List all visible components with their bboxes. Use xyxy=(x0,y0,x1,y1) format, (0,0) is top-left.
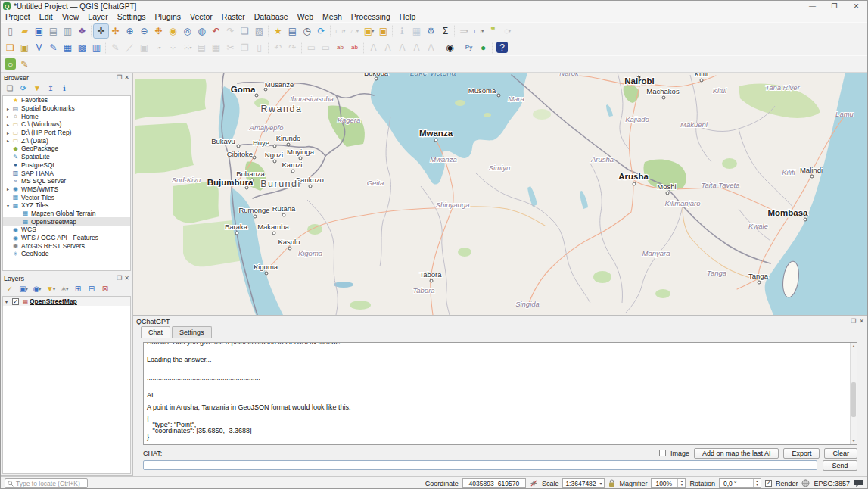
minimize-button[interactable]: — xyxy=(801,1,823,11)
layer-styling-icon[interactable]: ✓ xyxy=(4,284,16,295)
python-console-icon[interactable]: Py xyxy=(462,41,476,55)
expander-icon[interactable]: ▸ xyxy=(5,106,11,111)
chat-history[interactable]: Human: Can you give me a point in Arusha… xyxy=(143,342,857,445)
browser-item-c-windows[interactable]: ▸▭C:\ (Windows) xyxy=(3,120,130,129)
layout-manager-icon[interactable]: ▥ xyxy=(61,24,75,38)
browser-item-vector-tiles[interactable]: ▦Vector Tiles xyxy=(3,193,130,201)
menu-web[interactable]: Web xyxy=(293,12,318,21)
menu-project[interactable]: Project xyxy=(1,12,35,21)
browser-item-sap-hana[interactable]: ▥SAP HANA xyxy=(3,169,130,177)
scroll-up-icon[interactable]: ▲ xyxy=(851,343,857,350)
browser-item-wfs-ogc-api-features[interactable]: ◉WFS / OGC API - Features xyxy=(3,234,130,242)
browser-item-ms-sql-server[interactable]: »MS SQL Server xyxy=(3,177,130,185)
zoom-last-icon[interactable]: ↶ xyxy=(209,24,223,38)
select-by-location-icon[interactable]: ▣ xyxy=(376,24,390,38)
zoom-out-icon[interactable]: ⊖ xyxy=(137,24,151,38)
tab-settings[interactable]: Settings xyxy=(172,326,212,338)
menu-vector[interactable]: Vector xyxy=(185,12,217,21)
show-bookmarks-icon[interactable]: ▤ xyxy=(285,24,300,38)
browser-item-home[interactable]: ▸⌂Home xyxy=(3,112,130,120)
send-button[interactable]: Send xyxy=(823,460,857,471)
menu-raster[interactable]: Raster xyxy=(217,12,250,21)
temporal-controller-icon[interactable]: ◷ xyxy=(300,24,314,38)
browser-item-openstreetmap[interactable]: ▦OpenStreetMap xyxy=(3,217,130,226)
map-canvas[interactable]: GomaMusanzeBukobaMusomaMwanzaBukavuHuyeK… xyxy=(133,73,867,315)
globe-icon[interactable] xyxy=(801,479,810,487)
add-virtual-layer-icon[interactable]: ▥ xyxy=(89,41,104,55)
browser-collapse-all-icon[interactable]: ↥ xyxy=(45,83,57,95)
qchatgpt-plugin-icon[interactable]: ◉ xyxy=(443,41,457,55)
add-spatialite-layer-icon[interactable]: ✎ xyxy=(46,41,61,55)
scroll-down-icon[interactable]: ▼ xyxy=(851,438,857,444)
select-by-form-icon[interactable]: ▣▾ xyxy=(362,24,376,38)
expander-icon[interactable]: ▾ xyxy=(5,203,11,208)
browser-item-postgresql[interactable]: ●PostgreSQL xyxy=(3,161,130,170)
maximize-button[interactable]: ❐ xyxy=(823,1,845,11)
refresh-map-icon[interactable]: ⟳ xyxy=(314,24,328,38)
browser-item-geonode[interactable]: ✳GeoNode xyxy=(3,250,130,258)
new-map-view-icon[interactable]: ❏ xyxy=(238,24,252,38)
layers-close-icon[interactable]: ✕ xyxy=(124,275,129,282)
lock-icon[interactable] xyxy=(608,479,615,487)
expand-all-icon[interactable]: ⊞ xyxy=(72,284,84,295)
new-3d-map-view-icon[interactable]: ▧ xyxy=(252,24,266,38)
browser-item-geopackage[interactable]: ◆GeoPackage xyxy=(3,145,130,153)
open-project-icon[interactable]: ▰ xyxy=(17,24,32,38)
messages-icon[interactable] xyxy=(854,479,863,487)
export-button[interactable]: Export xyxy=(783,448,820,459)
menu-mesh[interactable]: Mesh xyxy=(318,12,347,21)
menu-edit[interactable]: Edit xyxy=(35,12,58,21)
expander-icon[interactable]: ▸ xyxy=(5,130,11,135)
close-button[interactable]: ✕ xyxy=(845,1,867,11)
expander-icon[interactable]: ▸ xyxy=(5,114,11,119)
map-tips-icon[interactable]: ❞ xyxy=(486,24,500,38)
save-project-icon[interactable]: ▣ xyxy=(32,24,46,38)
pan-map-icon[interactable]: ✜ xyxy=(94,24,108,38)
help-contents-icon[interactable]: ? xyxy=(496,42,508,53)
clear-button[interactable]: Clear xyxy=(824,448,857,459)
browser-item-d-hp-port-rep[interactable]: ▸▭D:\ (HP Port Rep) xyxy=(3,129,130,137)
menu-plugins[interactable]: Plugins xyxy=(151,12,185,21)
scale-combo[interactable]: 1:3647482▾ xyxy=(562,478,605,488)
browser-refresh-icon[interactable]: ⟳ xyxy=(17,83,30,95)
browser-item-spatialite[interactable]: ✎SpatiaLite xyxy=(3,153,130,161)
menu-settings[interactable]: Settings xyxy=(113,12,151,21)
coordinate-field[interactable]: 4035893 -619570 xyxy=(462,478,526,488)
add-on-map-button[interactable]: Add on map the last AI xyxy=(694,448,779,459)
zoom-to-layer-icon[interactable]: ◎ xyxy=(180,24,194,38)
qchatgpt-float-icon[interactable]: ❐ xyxy=(851,318,856,325)
zoom-native-icon[interactable]: ◍ xyxy=(194,24,209,38)
filter-by-expression-icon[interactable]: ∗▾ xyxy=(58,284,70,295)
chat-input[interactable] xyxy=(143,460,817,470)
spinner-arrows-icon[interactable]: ▲▼ xyxy=(677,479,685,487)
new-geopackage-layer-icon[interactable]: ▣ xyxy=(17,41,32,55)
scrollbar-thumb[interactable] xyxy=(851,382,856,417)
locate-box[interactable]: Type to locate (Ctrl+K) xyxy=(5,478,88,488)
data-source-manager-icon[interactable]: ❏ xyxy=(3,41,17,55)
rotation-spinner[interactable]: 0,0 °▲▼ xyxy=(719,478,761,488)
layer-labeling-options-icon[interactable]: ab xyxy=(333,41,347,55)
browser-filter-icon[interactable]: ▼ xyxy=(31,83,43,95)
browser-item-favorites[interactable]: ★Favorites xyxy=(3,96,130,104)
render-checkbox[interactable]: ✓ xyxy=(765,480,772,487)
browser-properties-icon[interactable]: ℹ xyxy=(58,83,70,95)
magnifier-spinner[interactable]: 100%▲▼ xyxy=(651,478,686,488)
layer-checkbox[interactable]: ✓ xyxy=(12,298,19,305)
layer-expander-icon[interactable]: ▾ xyxy=(3,299,10,304)
browser-item-arcgis-rest-servers[interactable]: ◉ArcGIS REST Servers xyxy=(3,241,130,250)
menu-layer[interactable]: Layer xyxy=(83,12,112,21)
layers-float-icon[interactable]: ❐ xyxy=(117,275,122,282)
image-checkbox[interactable] xyxy=(659,450,666,456)
add-vector-layer-icon[interactable]: V xyxy=(32,41,46,55)
pan-to-selection-icon[interactable]: ✢ xyxy=(108,24,123,38)
processing-toolbox-icon[interactable]: ⚙ xyxy=(424,24,438,38)
menu-processing[interactable]: Processing xyxy=(347,12,395,21)
filter-legend-icon[interactable]: ▼▾ xyxy=(45,284,57,295)
manage-map-themes-icon[interactable]: ◉▾ xyxy=(31,284,43,295)
zoom-in-icon[interactable]: ⊕ xyxy=(123,24,137,38)
browser-add-layers-icon[interactable]: ❏ xyxy=(4,83,16,95)
add-mesh-layer-icon[interactable]: ▩ xyxy=(75,41,89,55)
extent-icon[interactable] xyxy=(530,479,538,487)
layer-diagram-options-icon[interactable]: ab xyxy=(347,41,362,55)
annotations-icon[interactable]: ▭▾ xyxy=(471,24,486,38)
